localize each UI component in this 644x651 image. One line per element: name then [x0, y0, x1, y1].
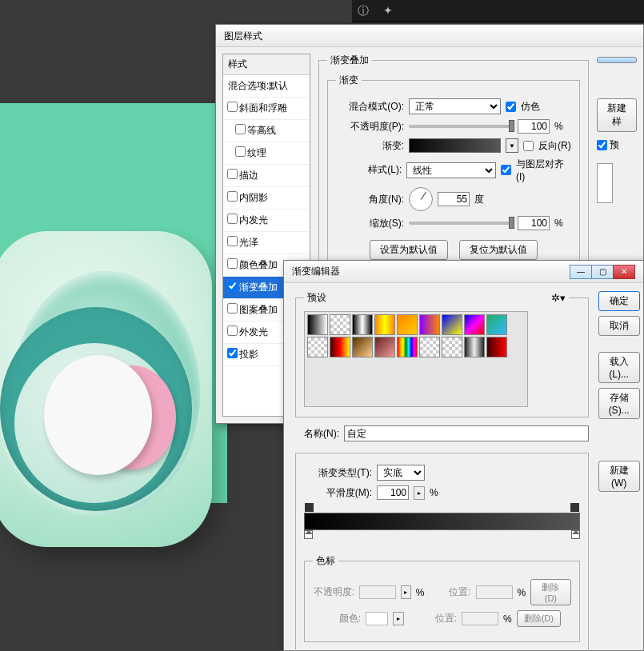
stroke-label: 描边 [239, 170, 258, 181]
blend-mode-select[interactable]: 正常 [409, 98, 501, 114]
stop-delete-button-2[interactable]: 删除(D) [517, 610, 561, 627]
gradient-dropdown-icon[interactable]: ▼ [506, 138, 518, 153]
presets-grid[interactable] [304, 311, 528, 407]
pattern-overlay-checkbox[interactable] [227, 303, 238, 314]
ge-save-button[interactable]: 存储(S)... [598, 388, 640, 419]
layer-style-title[interactable]: 图层样式 [216, 25, 643, 47]
preset-swatch[interactable] [464, 314, 485, 335]
gradient-type-label: 渐变类型(T): [304, 466, 372, 480]
preset-swatch[interactable] [352, 337, 373, 357]
pct-label-2: % [554, 218, 563, 229]
stop-pos-label-2: 位置: [409, 612, 457, 625]
satin-label: 光泽 [239, 237, 258, 248]
panel-title: 渐变叠加 [327, 54, 372, 67]
preset-swatch[interactable] [330, 337, 350, 357]
opacity-stop-left[interactable] [305, 503, 314, 512]
stop-pos-label-1: 位置: [429, 585, 470, 599]
ok-button-cut[interactable] [597, 57, 637, 63]
preset-swatch[interactable] [307, 314, 328, 335]
canvas-background [0, 103, 227, 503]
ge-ok-button[interactable]: 确定 [598, 291, 640, 311]
angle-input[interactable] [438, 192, 470, 206]
stop-opacity-label: 不透明度: [313, 585, 354, 599]
gradient-name-input[interactable] [344, 425, 589, 441]
color-stop-right[interactable] [571, 530, 580, 539]
preset-swatch[interactable] [397, 314, 418, 335]
presets-menu-icon[interactable]: ✲▾ [551, 292, 566, 304]
color-overlay-checkbox[interactable] [227, 258, 238, 269]
inner-shadow-checkbox[interactable] [227, 191, 238, 202]
style-contour[interactable]: 等高线 [223, 120, 310, 142]
preset-swatch[interactable] [442, 314, 462, 335]
pct-label: % [554, 121, 563, 132]
blend-options-item[interactable]: 混合选项:默认 [223, 75, 310, 98]
gradient-bar[interactable] [304, 513, 580, 530]
scale-slider[interactable] [409, 222, 513, 225]
gradient-editor-side-buttons: 确定 取消 载入(L)... 存储(S)... 新建(W) [598, 291, 640, 651]
preview-checkbox[interactable] [597, 138, 607, 152]
preset-swatch[interactable] [352, 314, 373, 335]
inner-glow-checkbox[interactable] [227, 214, 238, 224]
wand-icon[interactable]: ✦ [379, 2, 397, 19]
preset-swatch[interactable] [442, 337, 462, 357]
angle-dial[interactable] [409, 187, 433, 211]
outer-glow-checkbox[interactable] [227, 326, 238, 336]
preset-swatch[interactable] [486, 337, 507, 357]
preset-swatch[interactable] [374, 314, 395, 335]
preset-swatch[interactable] [419, 337, 440, 357]
make-default-button[interactable]: 设置为默认值 [370, 240, 448, 260]
angle-label: 角度(N): [336, 193, 404, 206]
preset-swatch[interactable] [330, 314, 350, 335]
align-checkbox[interactable] [501, 165, 511, 175]
stop-color-swatch[interactable] [366, 612, 388, 625]
style-inner-shadow[interactable]: 内阴影 [223, 187, 310, 210]
reverse-checkbox[interactable] [523, 141, 534, 151]
preset-swatch[interactable] [374, 337, 395, 357]
stop-delete-button-1[interactable]: 删除(D) [530, 579, 570, 605]
smoothness-input[interactable] [377, 485, 409, 500]
style-label: 样式(L): [336, 163, 402, 177]
style-texture[interactable]: 纹理 [223, 142, 310, 165]
preset-swatch[interactable] [464, 337, 485, 357]
dither-checkbox[interactable] [506, 102, 516, 112]
preset-swatch[interactable] [486, 314, 507, 335]
ge-load-button[interactable]: 载入(L)... [598, 352, 640, 383]
style-inner-glow[interactable]: 内发光 [223, 210, 310, 232]
info-icon[interactable]: ⓘ [354, 2, 372, 19]
stop-opacity-input [359, 585, 396, 599]
color-stop-left[interactable] [304, 530, 313, 539]
style-stroke[interactable]: 描边 [223, 165, 310, 187]
style-bevel[interactable]: 斜面和浮雕 [223, 98, 310, 120]
preset-swatch[interactable] [397, 337, 418, 357]
gradient-preview[interactable] [409, 138, 501, 153]
styles-header[interactable]: 样式 [223, 54, 310, 75]
stroke-checkbox[interactable] [227, 169, 238, 179]
scale-input[interactable] [518, 216, 550, 230]
gradient-style-select[interactable]: 线性 [406, 162, 496, 178]
dither-label: 仿色 [521, 100, 540, 114]
maximize-icon[interactable]: ▢ [591, 265, 614, 279]
texture-checkbox[interactable] [235, 146, 246, 157]
gradient-overlay-checkbox[interactable] [227, 281, 238, 291]
satin-checkbox[interactable] [227, 236, 238, 246]
drop-shadow-checkbox[interactable] [227, 348, 238, 358]
contour-label: 等高线 [247, 125, 276, 136]
ge-cancel-button[interactable]: 取消 [598, 316, 640, 336]
preset-swatch[interactable] [419, 314, 440, 335]
opacity-slider[interactable] [409, 125, 513, 128]
style-satin[interactable]: 光泽 [223, 232, 310, 254]
close-icon[interactable]: ✕ [613, 265, 635, 279]
bevel-checkbox[interactable] [227, 102, 238, 112]
gradient-editor-titlebar[interactable]: 渐变编辑器 — ▢ ✕ [284, 261, 643, 283]
opacity-stop-right[interactable] [570, 503, 579, 512]
bevel-label: 斜面和浮雕 [239, 102, 287, 114]
minimize-icon[interactable]: — [570, 265, 592, 279]
new-style-button-cut[interactable]: 新建样 [597, 98, 637, 132]
opacity-input[interactable] [518, 119, 550, 134]
smoothness-spinner-icon[interactable]: ▸ [414, 486, 425, 500]
contour-checkbox[interactable] [235, 124, 246, 134]
preset-swatch[interactable] [307, 337, 328, 357]
reset-default-button[interactable]: 复位为默认值 [459, 240, 538, 260]
gradient-type-select[interactable]: 实底 [377, 465, 425, 481]
ge-new-button[interactable]: 新建(W) [598, 461, 640, 492]
